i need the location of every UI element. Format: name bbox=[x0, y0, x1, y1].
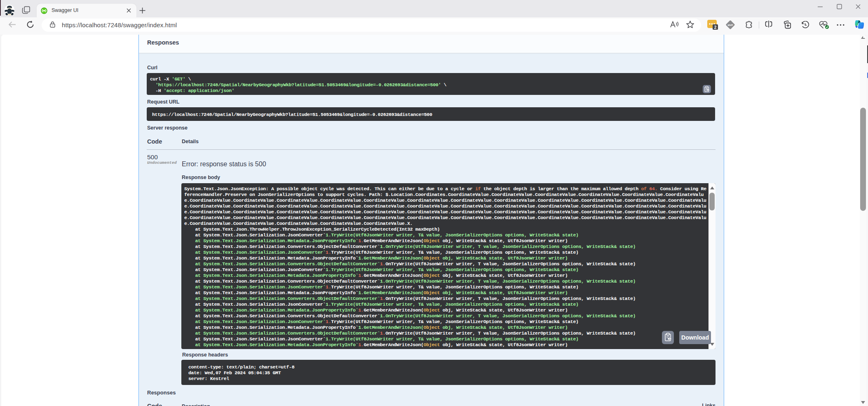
svg-text:MVP: MVP bbox=[727, 24, 733, 26]
svg-text:2: 2 bbox=[714, 25, 717, 30]
